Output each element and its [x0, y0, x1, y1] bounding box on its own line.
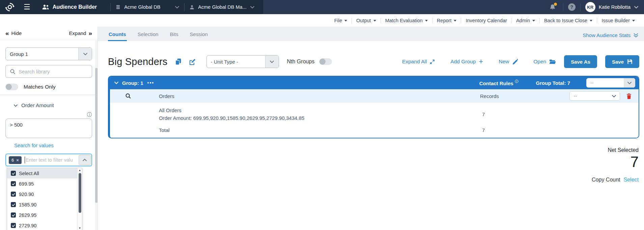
- tab-selection[interactable]: Selection: [137, 31, 159, 41]
- hide-sidebar-button[interactable]: Hide: [5, 30, 22, 36]
- menu-back-to-issue-close[interactable]: Back to Issue Close: [540, 18, 597, 23]
- divider: [110, 3, 111, 11]
- menu-match-evaluation[interactable]: Match Evaluation: [381, 18, 432, 23]
- checkbox-checked[interactable]: [11, 171, 16, 176]
- save-button[interactable]: Save: [605, 55, 639, 68]
- menu-output[interactable]: Output: [352, 18, 381, 23]
- list-item[interactable]: 2629.95: [7, 210, 82, 220]
- notification-badge: [554, 3, 557, 6]
- database-selector[interactable]: Acme Global DB: [115, 4, 179, 10]
- copy-title-icon[interactable]: [175, 58, 181, 65]
- table-row[interactable]: All Orders Order Amount: 699.95,920.90,1…: [110, 103, 639, 124]
- nth-groups-toggle[interactable]: [319, 58, 332, 65]
- chevron-down-icon: [250, 6, 255, 9]
- save-floppy-icon: [627, 59, 633, 64]
- notifications-bell-icon[interactable]: [549, 3, 556, 11]
- info-icon[interactable]: [515, 79, 519, 83]
- checkbox-checked[interactable]: [11, 212, 16, 218]
- menu-issue-builder[interactable]: Issue Builder: [597, 18, 639, 23]
- list-item[interactable]: 2729.90: [7, 220, 82, 230]
- save-label: Save: [612, 59, 624, 65]
- checkbox-checked[interactable]: [11, 181, 16, 186]
- list-item[interactable]: 920.90: [7, 189, 82, 199]
- app-title-group: Audience Builder: [42, 4, 97, 10]
- open-label: Open: [533, 59, 546, 65]
- library-sidebar: Hide Expand Group 1: [0, 27, 98, 230]
- info-icon[interactable]: [87, 112, 92, 117]
- save-as-button[interactable]: Save As: [564, 55, 597, 68]
- group-action-select[interactable]: --: [586, 78, 635, 88]
- scroll-up-icon[interactable]: [79, 169, 81, 172]
- list-item[interactable]: 699.95: [7, 178, 82, 189]
- text-cursor: [25, 157, 25, 163]
- contact-rules-link[interactable]: Contact Rules: [479, 79, 519, 86]
- library-search-input[interactable]: [19, 69, 88, 74]
- navbar-left-section: Audience Builder Acme Global DB Acme Glo…: [0, 0, 263, 14]
- edit-title-icon[interactable]: [189, 58, 196, 65]
- collapse-group-icon[interactable]: [114, 81, 119, 85]
- item-label: Select All: [19, 171, 39, 176]
- delete-row-icon[interactable]: [626, 93, 632, 99]
- chevron-down-icon[interactable]: [634, 6, 639, 9]
- criteria-textarea[interactable]: > 500: [5, 119, 92, 138]
- list-item-select-all[interactable]: Select All: [7, 168, 82, 178]
- matches-only-toggle[interactable]: [5, 84, 18, 90]
- menu-report[interactable]: Report: [432, 18, 461, 23]
- hamburger-menu-icon[interactable]: [24, 3, 30, 11]
- new-button[interactable]: New: [499, 59, 518, 65]
- checkbox-checked[interactable]: [11, 223, 16, 228]
- total-records-value: 7: [473, 127, 639, 133]
- menu-bar: File Output Match Evaluation Report Inve…: [0, 14, 644, 27]
- expand-sidebar-button[interactable]: Expand: [69, 30, 92, 36]
- scrollbar-thumb[interactable]: [95, 68, 97, 203]
- divider: [580, 3, 581, 11]
- table-search-icon[interactable]: [110, 93, 159, 99]
- copy-count-select-link[interactable]: Select: [624, 177, 639, 183]
- toggle-knob: [6, 84, 12, 90]
- value-filter-multiselect[interactable]: 6: [5, 154, 92, 166]
- menu-file[interactable]: File: [330, 18, 352, 23]
- app-logo-icon[interactable]: [5, 2, 15, 12]
- scrollbar-thumb[interactable]: [79, 173, 81, 213]
- audience-people-icon: [42, 4, 49, 10]
- mailfile-selector[interactable]: Acme Global DB Ma...: [189, 4, 254, 10]
- item-label: 699.95: [19, 181, 34, 187]
- list-item[interactable]: 1585.90: [7, 199, 82, 210]
- checkbox-checked[interactable]: [11, 202, 16, 207]
- search-for-values-link[interactable]: Search for values: [5, 142, 92, 148]
- collapse-dropdown-button[interactable]: [79, 155, 91, 165]
- user-avatar[interactable]: KR: [585, 2, 595, 12]
- item-label: 2629.95: [19, 212, 36, 218]
- group-title: Group: 1: [122, 80, 143, 86]
- clear-chip-icon[interactable]: [16, 158, 19, 163]
- group-action-value: --: [586, 80, 624, 86]
- sidebar-scrollbar[interactable]: [95, 40, 97, 230]
- help-icon[interactable]: [568, 3, 576, 11]
- chevron-down-icon: [624, 78, 635, 88]
- person-icon: [189, 4, 195, 10]
- unit-type-select[interactable]: - Unit Type -: [206, 55, 279, 68]
- open-button[interactable]: Open: [533, 59, 556, 65]
- tab-counts[interactable]: Counts: [108, 31, 127, 41]
- expand-all-button[interactable]: Expand All: [402, 59, 435, 65]
- order-amount-section-header[interactable]: Order Amount: [5, 102, 92, 108]
- user-name: Katie Robilotta: [599, 4, 631, 10]
- show-audience-stats-link[interactable]: Show Audience Stats: [583, 32, 639, 41]
- toggle-knob: [319, 59, 326, 65]
- checkbox-checked[interactable]: [11, 192, 16, 197]
- divider: [184, 3, 185, 11]
- chevron-down-icon: [78, 48, 92, 60]
- menu-inventory-calendar[interactable]: Inventory Calendar: [461, 18, 511, 23]
- library-search-field[interactable]: [5, 65, 92, 78]
- group-menu-icon[interactable]: [147, 80, 155, 86]
- value-filter-input[interactable]: [26, 157, 79, 163]
- scroll-down-icon[interactable]: [79, 227, 81, 230]
- net-selected-value: 7: [631, 155, 639, 169]
- add-group-button[interactable]: Add Group: [450, 58, 483, 65]
- group-select[interactable]: Group 1: [5, 47, 92, 60]
- tab-bits[interactable]: Bits: [169, 31, 179, 41]
- menu-admin[interactable]: Admin: [512, 18, 539, 23]
- tab-session[interactable]: Session: [189, 31, 208, 41]
- row-action-select[interactable]: --: [569, 91, 620, 101]
- dropdown-scrollbar[interactable]: [77, 168, 82, 230]
